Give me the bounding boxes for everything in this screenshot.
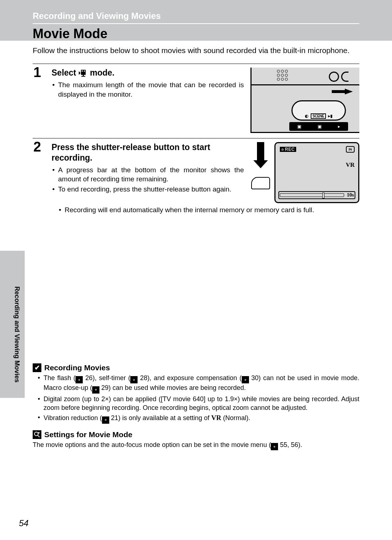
page-title: Movie Mode bbox=[33, 26, 107, 41]
page-ref-icon: ⌖ bbox=[75, 376, 83, 383]
mode-dial-strip-icon: ▣▣▸ bbox=[289, 122, 348, 131]
page-ref-icon: ⌖ bbox=[102, 416, 109, 424]
side-tab-label: Recording and Viewing Movies bbox=[13, 286, 21, 383]
time-remaining: 10s bbox=[347, 192, 354, 198]
step-2-bullet: Recording will end automatically when th… bbox=[65, 205, 359, 215]
note-heading-recording: ✔ Recording Movies bbox=[33, 363, 359, 372]
page-ref-icon: ⌖ bbox=[130, 376, 138, 383]
page-ref-icon: ⌖ bbox=[242, 376, 249, 383]
side-tab bbox=[0, 251, 25, 398]
content: Follow the instructions below to shoot m… bbox=[33, 45, 359, 215]
settings-info-icon bbox=[33, 430, 41, 439]
camera-monitor: REC IN VR 10s bbox=[274, 142, 359, 203]
press-shutter-icon bbox=[250, 142, 272, 189]
camera-top-illustration: ◐ SCENE ▸▮ ▣▣▸ bbox=[250, 68, 359, 133]
movie-mode-icon bbox=[78, 69, 88, 77]
step-2-wide-bullets: Recording will end automatically when th… bbox=[33, 205, 359, 215]
slide-arrow-icon bbox=[345, 89, 353, 94]
step-number: 2 bbox=[33, 139, 41, 155]
note-bullet: Digital zoom (up to 2×) can be applied (… bbox=[44, 395, 359, 412]
section-label: Recording and Viewing Movies bbox=[33, 11, 359, 24]
checkmark-icon: ✔ bbox=[33, 363, 41, 372]
step-1-heading: Select mode. bbox=[52, 68, 244, 78]
vr-icon: VR bbox=[346, 161, 355, 169]
scene-label: SCENE bbox=[311, 113, 326, 119]
step-2-heading: Press the shutter-release button to star… bbox=[52, 142, 244, 163]
heading-text-after: mode. bbox=[90, 68, 115, 78]
power-switch-icon bbox=[329, 71, 355, 82]
page-ref-icon: ⌖ bbox=[271, 443, 278, 450]
svg-rect-1 bbox=[81, 70, 86, 75]
svg-rect-3 bbox=[84, 70, 85, 72]
notes-section: ✔ Recording Movies The flash (⌖ 26), sel… bbox=[33, 363, 359, 450]
step-number: 1 bbox=[33, 65, 41, 80]
note-bullet: The flash (⌖ 26), self-timer (⌖ 28), and… bbox=[44, 374, 359, 394]
svg-rect-2 bbox=[82, 70, 83, 72]
svg-point-6 bbox=[34, 432, 38, 436]
shutter-and-monitor-illustration: REC IN VR 10s bbox=[250, 142, 359, 203]
note-title: Recording Movies bbox=[44, 363, 110, 372]
rec-indicator: REC bbox=[280, 147, 296, 152]
step-1-bullet: The maximum length of the movie that can… bbox=[58, 80, 244, 99]
progress-bar: 10s bbox=[278, 191, 355, 199]
step-2-bullet: A progress bar at the bottom of the moni… bbox=[58, 165, 244, 184]
svg-rect-5 bbox=[81, 76, 85, 77]
note-title: Settings for Movie Mode bbox=[44, 430, 132, 439]
step-2-bullet: To end recording, press the shutter-rele… bbox=[58, 185, 244, 194]
svg-point-8 bbox=[38, 432, 40, 434]
speaker-dots-icon bbox=[277, 70, 288, 81]
page-ref-icon: ⌖ bbox=[92, 386, 99, 394]
vr-icon: VR bbox=[211, 414, 221, 422]
intro-paragraph: Follow the instructions below to shoot m… bbox=[33, 45, 359, 56]
internal-memory-icon: IN bbox=[346, 146, 355, 153]
heading-text-before: Select bbox=[52, 68, 76, 78]
note-settings-text: The movie options and the auto-focus mod… bbox=[33, 440, 359, 450]
note-bullet: Vibration reduction (⌖ 21) is only avail… bbox=[44, 413, 359, 423]
mode-dial-window: ◐ SCENE ▸▮ bbox=[291, 100, 346, 121]
page-number: 54 bbox=[19, 518, 29, 528]
svg-marker-0 bbox=[79, 71, 81, 75]
step-1: 1 Select mode. bbox=[33, 64, 359, 138]
step-2: 2 Press the shutter-release button to st… bbox=[33, 138, 359, 208]
note-heading-settings: Settings for Movie Mode bbox=[33, 430, 359, 439]
svg-line-7 bbox=[38, 435, 40, 437]
